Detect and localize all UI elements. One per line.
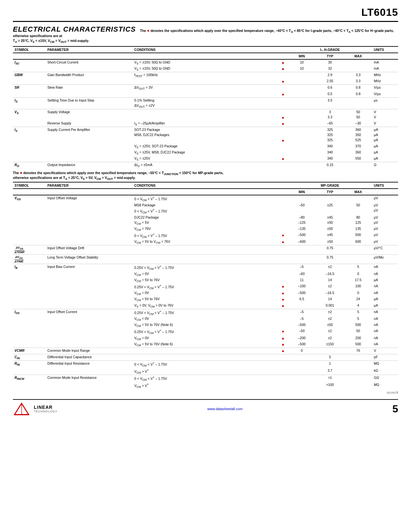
max-vos-3 <box>344 208 372 215</box>
table-row: GBW Gain Bandwidth Product fTEST = 100kH… <box>13 72 398 79</box>
max-rin-1 <box>344 361 372 368</box>
typ-vos-7: ±45 <box>316 232 344 239</box>
min-rincm-1 <box>288 375 316 382</box>
min-vos-3 <box>288 208 316 215</box>
top-divider <box>13 21 398 22</box>
typ-rincm-2: >100 <box>316 382 344 389</box>
units-isc-2: mA <box>372 66 398 72</box>
symbol-vcmr: VCMR <box>13 348 46 354</box>
col-grade-ih: I-, H-GRADE <box>288 46 372 53</box>
min-ib-3: 11 <box>288 277 316 283</box>
cond-sr-2 <box>133 91 279 98</box>
bullet-ib-2 <box>278 271 288 277</box>
chip-title: LT6015 <box>361 6 398 18</box>
bullet-vos-7: ● <box>278 232 288 239</box>
typ-rincm-1: >1 <box>316 375 344 382</box>
units-vcmr: V <box>372 348 398 354</box>
max-ios-5: 200 <box>344 335 372 341</box>
param-vcmr: Common Mode Input Range <box>46 348 133 354</box>
bullet-vos-5 <box>278 220 288 226</box>
typ-is-3: 325 <box>316 137 344 143</box>
min-ios-4: –50 <box>288 328 316 335</box>
typ-ib-4: ±2 <box>316 283 344 291</box>
max-ib-6: 24 <box>344 296 372 302</box>
cond-ib-3: VCM = 5V to 76V <box>133 277 279 283</box>
max-rincm-1 <box>344 375 372 382</box>
max-ts-1 <box>344 97 372 103</box>
col-param2 <box>46 53 133 59</box>
units-is-6: μA <box>372 156 398 162</box>
bullet-vos-3 <box>278 208 288 215</box>
max-gbw-2: 3.3 <box>344 78 372 85</box>
max-is-4: 370 <box>344 143 372 150</box>
bullet-vos-6 <box>278 226 288 232</box>
typ-ib-3: 14 <box>316 277 344 283</box>
bullet-ios-2 <box>278 316 288 322</box>
units-rin-1: MΩ <box>372 361 398 368</box>
typ-sr-1: 0.6 <box>316 85 344 91</box>
col-min: MIN <box>288 53 316 59</box>
typ-is-6: 340 <box>316 156 344 162</box>
cond-ios-1: 0.25V < VCM < V+ – 1.75V <box>133 309 279 316</box>
param-is: Supply Current Per Amplifier <box>46 127 133 162</box>
cond-rincm-1: 0 < VCM < V+ – 1.75V <box>133 375 279 382</box>
param-vos: Input Offset Voltage <box>46 195 133 245</box>
min-cin <box>288 354 316 361</box>
typ-ib-5: –16.5 <box>316 290 344 296</box>
bullet-rincm-1 <box>278 375 288 382</box>
cond-ro: ΔIO = ±5mA <box>133 162 279 169</box>
table-row: IB Input Bias Current 0.25V < VCM < V+ –… <box>13 264 398 271</box>
cond-vos-6: VCM = 76V <box>133 226 279 232</box>
min-is-5 <box>288 150 316 156</box>
typ-vos-drift: 0.75 <box>316 245 344 255</box>
cond-is-2: MS8, DJC22 Packages <box>133 132 279 137</box>
param-cin: Differential Input Capacitance <box>46 354 133 361</box>
cond-ib-1: 0.25V < VCM < V+ – 1.75V <box>133 264 279 271</box>
param-rincm: Common Mode Input Resistance <box>46 375 133 389</box>
cond-vos-2: MS8 Package <box>133 202 279 208</box>
symbol-ib: IB <box>13 264 46 309</box>
max-ios-4: 50 <box>344 328 372 335</box>
bullet-vos-drift <box>278 245 288 255</box>
min-vos-7: –500 <box>288 232 316 239</box>
param-vos-drift: Input Offset Voltage Drift <box>46 245 133 255</box>
cond-gbw-2 <box>133 78 279 85</box>
min-is-1 <box>288 127 316 132</box>
units-rincm-2: MΩ <box>372 382 398 389</box>
typ-vos-stability: 0.75 <box>316 255 344 264</box>
units-ro: Ω <box>372 162 398 169</box>
min-is-2 <box>288 132 316 137</box>
bullet-vs-3: ● <box>278 121 288 127</box>
bullet-rincm-2 <box>278 382 288 389</box>
units-vos-2: μV <box>372 202 398 208</box>
units-ib-7: μA <box>372 303 398 309</box>
min-sr-1 <box>288 85 316 91</box>
units-vos-6: μV <box>372 226 398 232</box>
cond-rin-2: VCM > V+ <box>133 368 279 375</box>
max-is-1: 360 <box>344 127 372 132</box>
max-vos-8: 600 <box>344 239 372 245</box>
cond-is-6: VS = ±25V <box>133 156 279 162</box>
bullet-ios-6: ● <box>278 341 288 348</box>
col2-grade-mp: MP-GRADE <box>288 182 372 189</box>
units-vos-5: μV <box>372 220 398 226</box>
bullet-is-1 <box>278 127 288 132</box>
max-ib-4: 100 <box>344 283 372 291</box>
cond-vos-4: DJC22 Package <box>133 215 279 220</box>
cond-vs-2 <box>133 114 279 121</box>
table-row: RINCM Common Mode Input Resistance 0 < V… <box>13 375 398 382</box>
min-vos-4: –80 <box>288 215 316 220</box>
cond-ios-4: 0.25V < VCM < V+ – 1.75V <box>133 328 279 335</box>
max-ib-2: 0 <box>344 271 372 277</box>
units-ib-3: μA <box>372 277 398 283</box>
typ-ts-2 <box>316 103 344 109</box>
min-ib-6: 6.5 <box>288 296 316 302</box>
table-row: SR Slew Rate ΔVOUT = 3V 0.6 0.8 V/μs <box>13 85 398 91</box>
col2-units2 <box>372 189 398 195</box>
typ-isc-2: 32 <box>316 66 344 72</box>
between-sections-note: The ● denotes the specifications which a… <box>13 170 398 181</box>
typ-vos-4: ±45 <box>316 215 344 220</box>
cond-ts-2: ΔVOUT = ±2V <box>133 103 279 109</box>
param-vs-3: Reverse Supply <box>46 121 133 127</box>
col2-cond2 <box>133 189 279 195</box>
